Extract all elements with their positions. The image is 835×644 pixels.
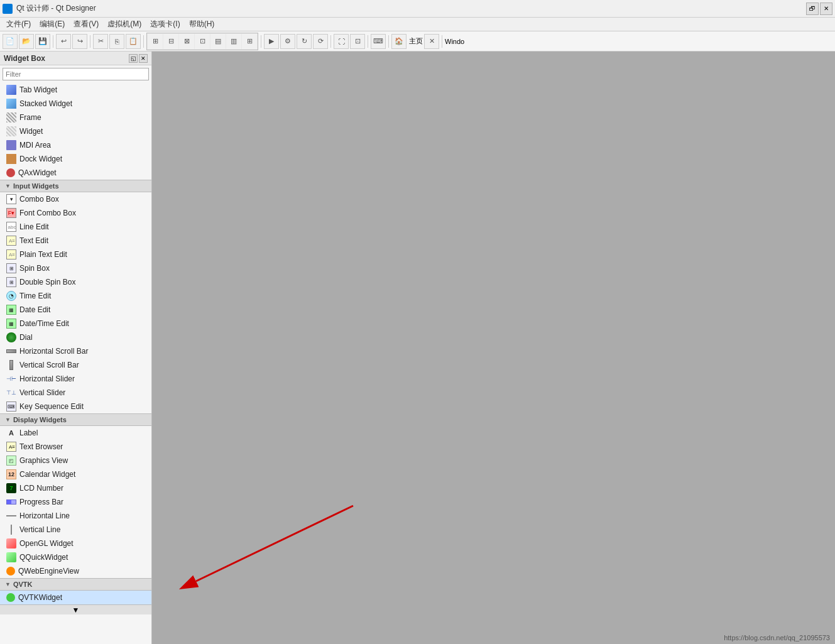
widget-item-font-combo-box[interactable]: F▾ Font Combo Box bbox=[0, 206, 151, 220]
widget-item-horizontal-slider[interactable]: ⊣⊢ Horizontal Slider bbox=[0, 372, 151, 386]
qvtk-widget-icon bbox=[6, 593, 15, 602]
toolbar-home[interactable]: 🏠 bbox=[391, 34, 407, 49]
toolbar-refresh[interactable]: ↻ bbox=[297, 34, 312, 49]
section-qvtk[interactable]: ▼ QVTK bbox=[0, 578, 151, 591]
close-button[interactable]: ✕ bbox=[820, 3, 832, 15]
widget-box-panel: Widget Box ◱ ✕ Tab Widget Stacked Widget… bbox=[0, 52, 152, 644]
widget-item-date-edit[interactable]: ▦ Date Edit bbox=[0, 303, 151, 317]
toolbar-layout5[interactable]: ▤ bbox=[210, 34, 226, 49]
toolbar-paste[interactable]: 📋 bbox=[126, 34, 141, 49]
widget-item-label[interactable]: A Label bbox=[0, 426, 151, 440]
section-arrow-qvtk: ▼ bbox=[5, 581, 11, 587]
widget-item-qax-widget[interactable]: QAxWidget bbox=[0, 166, 151, 180]
widget-item-combo-box[interactable]: ▾ Combo Box bbox=[0, 192, 151, 206]
toolbar-layout4[interactable]: ⊡ bbox=[195, 34, 210, 49]
restore-button[interactable]: 🗗 bbox=[806, 3, 819, 15]
toolbar-layout3[interactable]: ⊠ bbox=[179, 34, 194, 49]
widget-item-vertical-line[interactable]: Vertical Line bbox=[0, 523, 151, 537]
toolbar-open[interactable]: 📂 bbox=[19, 34, 34, 49]
toolbar: 📄 📂 💾 ↩ ↪ ✂ ⎘ 📋 ⊞ ⊟ ⊠ ⊡ ▤ ▥ ⊞ ▶ ⚙ ↻ ⟳ ⛶ … bbox=[0, 31, 835, 52]
widget-item-widget[interactable]: Widget bbox=[0, 124, 151, 138]
toolbar-sep7 bbox=[388, 35, 389, 48]
text-edit-label: Text Edit bbox=[19, 236, 48, 245]
calendar-widget-label: Calendar Widget bbox=[19, 470, 75, 479]
toolbar-layout7[interactable]: ⊞ bbox=[242, 34, 257, 49]
widget-item-graphics-view[interactable]: ◰ Graphics View bbox=[0, 454, 151, 467]
widget-item-lcd-number[interactable]: 7 LCD Number bbox=[0, 481, 151, 495]
widget-filter-input[interactable] bbox=[3, 68, 149, 80]
menu-help[interactable]: 帮助(H) bbox=[185, 18, 219, 31]
widget-item-spin-box[interactable]: ⊞ Spin Box bbox=[0, 261, 151, 275]
section-display-widgets[interactable]: ▼ Display Widgets bbox=[0, 413, 151, 426]
toolbar-layout2[interactable]: ⊟ bbox=[163, 34, 178, 49]
toolbar-close-tab[interactable]: ✕ bbox=[424, 34, 439, 49]
toolbar-settings[interactable]: ⚙ bbox=[280, 34, 295, 49]
menu-edit[interactable]: 编辑(E) bbox=[36, 18, 68, 31]
toolbar-window[interactable]: ⊡ bbox=[350, 34, 365, 49]
menu-tab[interactable]: 选项卡(I) bbox=[146, 18, 183, 31]
section-input-widgets[interactable]: ▼ Input Widgets bbox=[0, 180, 151, 192]
menu-view[interactable]: 查看(V) bbox=[70, 18, 102, 31]
vertical-slider-label: Vertical Slider bbox=[19, 388, 65, 397]
widget-item-key-sequence-edit[interactable]: ⌨ Key Sequence Edit bbox=[0, 400, 151, 413]
horizontal-line-icon bbox=[6, 515, 16, 516]
widget-item-line-edit[interactable]: abc Line Edit bbox=[0, 220, 151, 234]
toolbar-undo[interactable]: ↩ bbox=[56, 34, 71, 49]
scroll-down-btn[interactable]: ▼ bbox=[0, 604, 151, 614]
graphics-view-icon: ◰ bbox=[6, 456, 16, 466]
widget-item-dock-widget[interactable]: Dock Widget bbox=[0, 152, 151, 166]
widget-item-horizontal-scroll-bar[interactable]: Horizontal Scroll Bar bbox=[0, 344, 151, 358]
progress-bar-label: Progress Bar bbox=[19, 498, 63, 506]
mdi-area-icon bbox=[6, 140, 16, 150]
toolbar-layout1[interactable]: ⊞ bbox=[148, 34, 163, 49]
menu-file[interactable]: 文件(F) bbox=[3, 18, 35, 31]
dial-icon bbox=[6, 332, 16, 342]
double-spin-box-label: Double Spin Box bbox=[19, 278, 75, 287]
widget-item-vertical-slider[interactable]: ⊤⊥ Vertical Slider bbox=[0, 386, 151, 400]
horizontal-line-label: Horizontal Line bbox=[19, 511, 70, 520]
toolbar-fullscreen[interactable]: ⛶ bbox=[334, 34, 349, 49]
widget-item-qvtk-widget[interactable]: QVTKWidget bbox=[0, 591, 151, 604]
svg-line-1 bbox=[196, 506, 353, 581]
widget-item-calendar-widget[interactable]: 12 Calendar Widget bbox=[0, 467, 151, 481]
status-bar: https://blog.csdn.net/qq_21095573 bbox=[719, 631, 835, 644]
stacked-widget-icon bbox=[6, 99, 16, 109]
menu-vm[interactable]: 虚拟机(M) bbox=[104, 18, 145, 31]
widget-item-frame[interactable]: Frame bbox=[0, 111, 151, 124]
widget-item-plain-text-edit[interactable]: A≡ Plain Text Edit bbox=[0, 248, 151, 261]
widget-item-qweb-engine-view[interactable]: QWebEngineView bbox=[0, 564, 151, 578]
toolbar-kbd[interactable]: ⌨ bbox=[371, 34, 386, 49]
widget-item-text-edit[interactable]: A≡ Text Edit bbox=[0, 234, 151, 248]
line-edit-icon: abc bbox=[6, 222, 16, 232]
widget-item-time-edit[interactable]: ◔ Time Edit bbox=[0, 289, 151, 303]
widget-item-stacked-widget[interactable]: Stacked Widget bbox=[0, 97, 151, 111]
widget-item-opengl-widget[interactable]: OpenGL Widget bbox=[0, 537, 151, 550]
toolbar-layout6[interactable]: ▥ bbox=[226, 34, 241, 49]
widget-item-datetime-edit[interactable]: ▦ Date/Time Edit bbox=[0, 317, 151, 330]
widget-item-double-spin-box[interactable]: ⊞ Double Spin Box bbox=[0, 275, 151, 289]
widget-item-text-browser[interactable]: A≡ Text Browser bbox=[0, 440, 151, 454]
toolbar-save[interactable]: 💾 bbox=[35, 34, 50, 49]
widget-item-horizontal-line[interactable]: Horizontal Line bbox=[0, 509, 151, 523]
toolbar-redo[interactable]: ↪ bbox=[72, 34, 87, 49]
dock-widget-icon bbox=[6, 154, 16, 164]
widget-item-vertical-scroll-bar[interactable]: Vertical Scroll Bar bbox=[0, 358, 151, 372]
widget-box-close[interactable]: ✕ bbox=[139, 54, 148, 63]
toolbar-refresh2[interactable]: ⟳ bbox=[313, 34, 328, 49]
widget-item-mdi-area[interactable]: MDI Area bbox=[0, 138, 151, 152]
widget-box-float[interactable]: ◱ bbox=[129, 54, 138, 63]
opengl-widget-icon bbox=[6, 538, 16, 548]
opengl-widget-label: OpenGL Widget bbox=[19, 539, 74, 548]
toolbar-cut[interactable]: ✂ bbox=[93, 34, 108, 49]
toolbar-copy[interactable]: ⎘ bbox=[109, 34, 124, 49]
text-browser-icon: A≡ bbox=[6, 442, 16, 452]
toolbar-new[interactable]: 📄 bbox=[3, 34, 18, 49]
widget-item-tab-widget[interactable]: Tab Widget bbox=[0, 83, 151, 97]
widget-item-qquick-widget[interactable]: QQuickWidget bbox=[0, 550, 151, 564]
widget-item-progress-bar[interactable]: Progress Bar bbox=[0, 495, 151, 509]
toolbar-sep8 bbox=[442, 35, 442, 48]
toolbar-preview[interactable]: ▶ bbox=[264, 34, 279, 49]
widget-item-dial[interactable]: Dial bbox=[0, 330, 151, 344]
key-sequence-edit-label: Key Sequence Edit bbox=[19, 402, 84, 411]
widget-icon bbox=[6, 126, 16, 136]
